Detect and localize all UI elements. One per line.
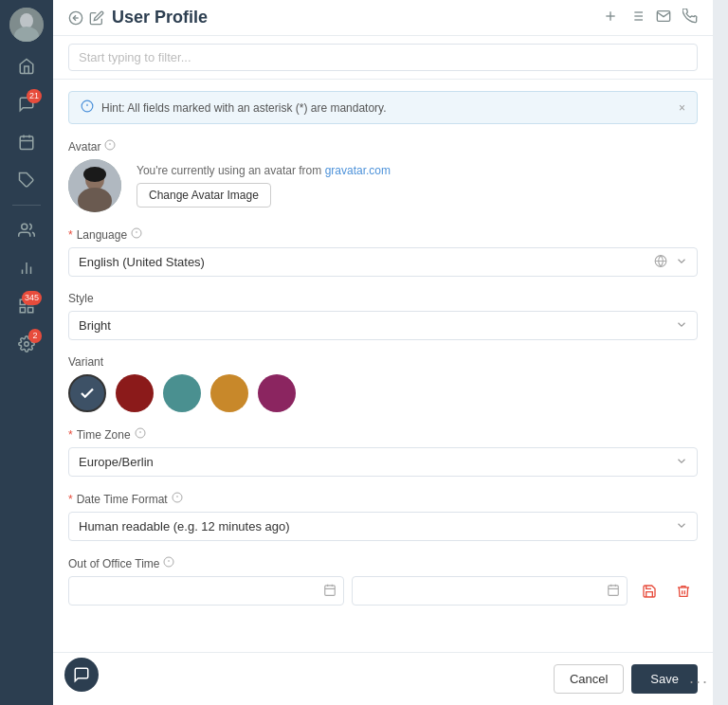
hint-banner: Hint: All fields marked with an asterisk… — [68, 91, 698, 124]
language-info-icon[interactable] — [131, 227, 142, 242]
swatch-teal[interactable] — [163, 374, 201, 412]
settings-badge: 2 — [28, 329, 42, 343]
sidebar-item-discuss[interactable]: 21 — [9, 87, 44, 121]
sidebar: 21 345 2 — [0, 0, 53, 705]
datetime-label: * Date Time Format — [68, 492, 698, 506]
sidebar-item-calendar[interactable] — [9, 125, 44, 159]
sidebar-item-settings[interactable]: 2 — [9, 327, 44, 361]
out-of-office-section: Out of Office Time — [68, 556, 698, 606]
add-icon[interactable] — [603, 9, 618, 27]
sidebar-item-tags[interactable] — [9, 163, 44, 197]
filter-input[interactable] — [68, 44, 698, 71]
header-nav-icons — [68, 10, 104, 26]
svg-rect-14 — [28, 308, 33, 313]
page-title: User Profile — [112, 8, 595, 27]
pencil-icon[interactable] — [89, 10, 104, 26]
timezone-section: * Time Zone Europe/Berlin — [68, 427, 698, 477]
out-of-office-label: Out of Office Time — [68, 556, 698, 570]
style-select[interactable]: Bright — [68, 311, 698, 340]
svg-point-8 — [22, 224, 27, 229]
timezone-select[interactable]: Europe/Berlin — [68, 447, 698, 477]
swatch-dark-red[interactable] — [116, 374, 154, 412]
avatar-label: Avatar — [68, 139, 698, 154]
language-section: * Language English (United States) — [68, 227, 698, 277]
datetime-select[interactable]: Human readable (e.g. 12 minutes ago) — [68, 512, 698, 541]
sidebar-item-home[interactable] — [9, 49, 44, 83]
out-of-office-actions — [635, 577, 698, 606]
hint-text: Hint: All fields marked with an asterisk… — [101, 101, 387, 115]
start-date-wrapper — [68, 576, 344, 606]
language-label: * Language — [68, 227, 698, 242]
language-select[interactable]: English (United States) — [68, 247, 698, 277]
out-of-office-row — [68, 576, 698, 606]
phone-icon[interactable] — [682, 9, 698, 27]
avatar[interactable] — [9, 8, 44, 42]
right-panel — [713, 0, 728, 705]
content-inner: Hint: All fields marked with an asterisk… — [53, 80, 713, 652]
variant-section: Variant — [68, 355, 698, 412]
variant-swatches — [68, 374, 698, 412]
avatar-section: Avatar You're cu — [68, 139, 698, 212]
svg-point-36 — [83, 167, 106, 182]
sidebar-divider — [12, 205, 41, 206]
content-area: Hint: All fields marked with an asterisk… — [53, 80, 713, 652]
filter-bar — [53, 36, 713, 80]
oof-save-button[interactable] — [635, 577, 664, 606]
avatar-info-text: You're currently using an avatar from gr… — [136, 164, 391, 208]
datetime-select-wrapper: Human readable (e.g. 12 minutes ago) — [68, 512, 698, 541]
sidebar-item-apps[interactable]: 345 — [9, 289, 44, 323]
svg-rect-15 — [20, 308, 25, 313]
main-panel: User Profile Hint — [53, 0, 713, 705]
out-of-office-info-icon[interactable] — [163, 556, 174, 570]
style-section: Style Bright — [68, 292, 698, 340]
more-options-button[interactable]: ··· — [689, 672, 709, 692]
avatar-content: You're currently using an avatar from gr… — [68, 159, 698, 212]
action-bar: Cancel Save — [53, 652, 713, 705]
header: User Profile — [53, 0, 713, 36]
sidebar-item-reporting[interactable] — [9, 251, 44, 285]
svg-point-1 — [20, 13, 33, 28]
hint-close-button[interactable]: × — [679, 101, 685, 115]
timezone-select-wrapper: Europe/Berlin — [68, 447, 698, 477]
language-select-wrapper: English (United States) — [68, 247, 698, 277]
oof-delete-button[interactable] — [669, 577, 698, 606]
datetime-section: * Date Time Format Human readable (e.g. … — [68, 492, 698, 541]
header-actions — [603, 9, 698, 27]
datetime-info-icon[interactable] — [172, 492, 183, 506]
mail-icon[interactable] — [656, 9, 671, 27]
start-date-input[interactable] — [68, 576, 344, 606]
avatar-image — [68, 159, 121, 212]
sidebar-item-contacts[interactable] — [9, 213, 44, 247]
style-select-wrapper: Bright — [68, 311, 698, 340]
avatar-info-icon[interactable] — [104, 139, 116, 154]
end-date-input[interactable] — [352, 576, 628, 606]
swatch-dark-blue[interactable] — [68, 374, 106, 412]
timezone-info-icon[interactable] — [135, 427, 146, 442]
timezone-label: * Time Zone — [68, 427, 698, 442]
end-date-wrapper — [352, 576, 628, 606]
svg-point-16 — [25, 342, 29, 347]
chat-bubble-button[interactable] — [64, 658, 99, 692]
variant-label: Variant — [68, 355, 698, 369]
change-avatar-button[interactable]: Change Avatar Image — [136, 183, 271, 208]
style-label: Style — [68, 292, 698, 305]
apps-badge: 345 — [22, 291, 42, 305]
swatch-orange[interactable] — [210, 374, 248, 412]
gravatar-link[interactable]: gravatar.com — [325, 164, 391, 177]
svg-rect-3 — [20, 136, 33, 150]
info-icon — [81, 99, 94, 116]
swatch-purple[interactable] — [258, 374, 296, 412]
discuss-badge: 21 — [27, 89, 42, 103]
back-icon[interactable] — [68, 10, 83, 26]
cancel-button[interactable]: Cancel — [554, 664, 624, 694]
list-icon[interactable] — [629, 9, 645, 27]
save-button[interactable]: Save — [631, 664, 698, 694]
